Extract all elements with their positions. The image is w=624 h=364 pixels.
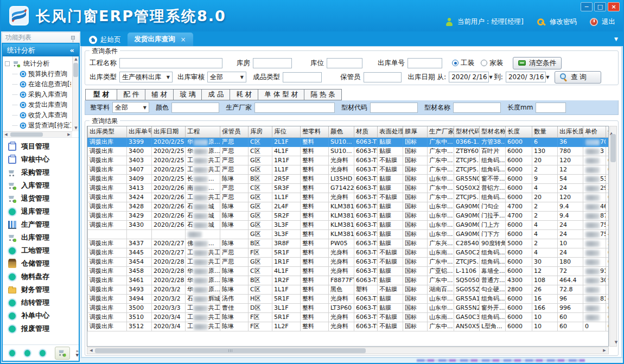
column-header[interactable]: 型材名称 bbox=[480, 126, 506, 137]
scrollbar-thumb[interactable] bbox=[610, 134, 616, 162]
product-type-input[interactable] bbox=[283, 72, 322, 82]
location-input[interactable] bbox=[327, 58, 362, 68]
table-row[interactable]: 调拨出库 3430 2020/2/26 石城 陈琳 G区 3L3F 整料 KLM bbox=[88, 220, 609, 229]
manufacturer-input[interactable] bbox=[254, 103, 335, 113]
column-header[interactable]: 保管员 bbox=[220, 126, 249, 137]
length-input[interactable] bbox=[536, 103, 566, 113]
table-row[interactable]: 调拨出库 3403 2020/2/25 工共工程 严思 G区 1R1F 整料 光 bbox=[88, 156, 609, 165]
column-header[interactable]: 型材代码 bbox=[454, 126, 480, 137]
audit-select[interactable]: 全部▼ bbox=[207, 72, 246, 82]
toolbar-dot-icon[interactable] bbox=[9, 350, 15, 356]
tab-home[interactable]: 起始页 bbox=[82, 33, 128, 46]
scrollbar-thumb[interactable] bbox=[73, 63, 78, 77]
tree-item[interactable]: 预算执行查询 bbox=[5, 69, 71, 79]
sidebar-menu-item[interactable]: 补单中心 bbox=[3, 309, 79, 322]
radio-home[interactable]: 家装 bbox=[481, 59, 503, 68]
table-row[interactable]: 调拨出库 3500 2020/3/3 工共工程 曹佳 D区 3L1F 整料 LT bbox=[88, 303, 609, 312]
tree-item[interactable]: 在途信息查询[待 bbox=[5, 79, 71, 90]
radio-work-icon[interactable] bbox=[452, 60, 459, 66]
radio-work[interactable]: 工装 bbox=[452, 59, 474, 68]
material-tab[interactable]: 型 材 bbox=[85, 89, 117, 100]
column-header[interactable]: 颜色 bbox=[329, 126, 354, 137]
table-row[interactable]: 调拨出库 3413 2020/2/26 南... 严思 C区 5R3F 整料 G bbox=[88, 183, 609, 193]
column-header[interactable]: 工程 bbox=[186, 126, 220, 137]
table-row[interactable]: 调拨出库 3437 2020/2/27 佛... 陈琳 B区 3R8F 整料 P bbox=[88, 239, 609, 248]
column-header[interactable]: 金 bbox=[606, 126, 609, 137]
tree-item[interactable]: 退货查询[待定] bbox=[5, 120, 71, 131]
results-vertical-scrollbar[interactable]: ▲ ▼ bbox=[609, 126, 617, 347]
tree-horizontal-scrollbar[interactable]: ◀ ▶ bbox=[3, 131, 72, 137]
column-header[interactable]: 单价 bbox=[583, 126, 606, 137]
column-header[interactable]: 出库日期 bbox=[152, 126, 186, 137]
radio-home-icon[interactable] bbox=[481, 60, 487, 66]
clear-conditions-button[interactable]: 清空条件 bbox=[513, 57, 562, 69]
sidebar-menu-item[interactable]: 报废管理 bbox=[3, 322, 79, 335]
sidebar-menu-item[interactable]: 财务管理 bbox=[3, 283, 79, 296]
sidebar-menu-item[interactable]: 采购管理 bbox=[3, 166, 79, 179]
sidebar-menu-item[interactable]: 审核中心 bbox=[3, 153, 79, 166]
column-header[interactable]: 库位 bbox=[272, 126, 301, 137]
column-header[interactable]: 表面处理 bbox=[378, 126, 403, 137]
column-header[interactable]: 生产厂家 bbox=[428, 126, 454, 137]
profile-code-input[interactable] bbox=[370, 103, 418, 113]
minimize-button[interactable]: − bbox=[581, 2, 593, 11]
order-no-input[interactable] bbox=[407, 58, 442, 68]
profile-name-input[interactable] bbox=[453, 103, 501, 113]
project-name-input[interactable] bbox=[119, 58, 222, 68]
tab-shipment-query[interactable]: 发货出库查询 × bbox=[128, 33, 193, 46]
table-row[interactable]: 调拨出库 3445 2020/2/27 工共工程 严思 F区 5R1F 整料 光 bbox=[88, 248, 609, 257]
date-to-select[interactable]: 2020/ 3/16▼ bbox=[506, 72, 546, 82]
out-type-select[interactable]: 生产领料出库▼ bbox=[119, 72, 173, 82]
scrollbar-thumb[interactable] bbox=[95, 348, 366, 353]
table-row[interactable]: G区 3L3F 整料 KLM3817 6063-T5 贴膜 国标 山东华... bbox=[88, 229, 609, 239]
date-from-select[interactable]: 2020/ 2/16▼ bbox=[449, 72, 489, 82]
material-tab[interactable]: 隔 热 条 bbox=[304, 89, 341, 100]
tree-expander-icon[interactable] bbox=[5, 61, 10, 66]
color-input[interactable] bbox=[171, 103, 219, 113]
column-header[interactable]: 数量 bbox=[532, 126, 558, 137]
tree-root[interactable]: 统计分析 bbox=[5, 59, 71, 69]
column-header[interactable]: 材质 bbox=[354, 126, 378, 137]
pin-icon[interactable] bbox=[71, 36, 75, 40]
toolbar-dot-icon[interactable] bbox=[24, 350, 30, 356]
table-row[interactable]: 调拨出库 3493 2020/3/2 华原... 陈琳 C区 1L1F 整料 黑 bbox=[88, 285, 609, 294]
tree-vertical-scrollbar[interactable]: ▲ ▼ bbox=[72, 56, 79, 131]
search-button[interactable]: 查 询 bbox=[555, 71, 601, 84]
material-tab[interactable]: 成 品 bbox=[202, 89, 230, 100]
change-password-link[interactable]: 修改密码 bbox=[550, 17, 577, 27]
table-row[interactable]: 调拨出库 3454 2020/2/28 工共工程 严思 G区 1R1F 整料 光 bbox=[88, 257, 609, 266]
material-tab[interactable]: 单 体 型 材 bbox=[258, 89, 304, 100]
table-row[interactable]: 调拨出库 3407 2020/2/25 工共工程 严思 G区 1L1F 整料 光 bbox=[88, 165, 609, 174]
material-tab[interactable]: 玻 璃 bbox=[174, 89, 202, 100]
sidebar-menu-item[interactable]: 仓储管理 bbox=[3, 257, 79, 270]
sidebar-menu-item[interactable]: 出库管理 bbox=[3, 231, 79, 244]
tree-item[interactable]: 收货入库查询 bbox=[5, 110, 71, 120]
material-tab[interactable]: 耗 材 bbox=[230, 89, 258, 100]
material-tab[interactable]: 配 件 bbox=[117, 89, 145, 100]
table-row[interactable]: 调拨出库 3510 2020/3/4 工共工程 陈琳 F区 5R1F 整料 光身 bbox=[88, 312, 609, 322]
maximize-button[interactable]: □ bbox=[594, 2, 606, 11]
warehouse-input[interactable] bbox=[253, 58, 292, 68]
tree-item[interactable]: 发货出库查询 bbox=[5, 100, 71, 110]
tab-overflow-icon[interactable]: ▼ bbox=[614, 36, 618, 42]
column-header[interactable]: 出库单号 bbox=[127, 126, 152, 137]
table-row[interactable]: 调拨出库 3461 2020/2/28 华原... 陈琳 B区 1R2F 整料 bbox=[88, 276, 609, 285]
table-row[interactable]: 调拨出库 3409 2020/2/25 长... 陈琳 B区 2R5F 整料 L bbox=[88, 174, 609, 183]
collapse-icon[interactable]: « bbox=[70, 46, 74, 54]
table-row[interactable]: 调拨出库 3424 2020/2/26 工共工程 严思 G区 1L1F 整料 光 bbox=[88, 193, 609, 202]
column-header[interactable]: 出库长度 bbox=[558, 126, 583, 137]
sidebar-menu-item[interactable]: 工地管理 bbox=[3, 244, 79, 257]
table-row[interactable]: 调拨出库 3429 2020/2/26 石城 陈琳 G区 5R2F 整料 KLM bbox=[88, 211, 609, 220]
table-row[interactable]: 调拨出库 3400 2020/2/25 华原... 严思 C区 4L1F 整料 bbox=[88, 146, 609, 156]
column-header[interactable]: 膜厚 bbox=[403, 126, 428, 137]
table-row[interactable]: 调拨出库 3428 2020/2/26 石城 陈琳 G区 2L4F 整料 KLM bbox=[88, 202, 609, 211]
table-row[interactable]: 调拨出库 3458 2020/2/28 华原... 陈琳 C区 4L1F 整料 bbox=[88, 266, 609, 276]
tab-close-icon[interactable]: × bbox=[181, 36, 186, 43]
sidebar-menu-item[interactable]: 物料盘存 bbox=[3, 270, 79, 283]
whole-part-select[interactable]: 全部▼ bbox=[112, 102, 149, 113]
sidebar-menu-item[interactable]: 退货管理 bbox=[3, 192, 79, 205]
material-tab[interactable]: 辅 材 bbox=[145, 89, 174, 100]
column-header[interactable]: 长度 bbox=[506, 126, 532, 137]
table-row[interactable]: 调拨出库 3399 2020/2/25 华原... 严思 C区 2L1F 整料 bbox=[88, 137, 609, 146]
column-header[interactable]: 库房 bbox=[249, 126, 272, 137]
